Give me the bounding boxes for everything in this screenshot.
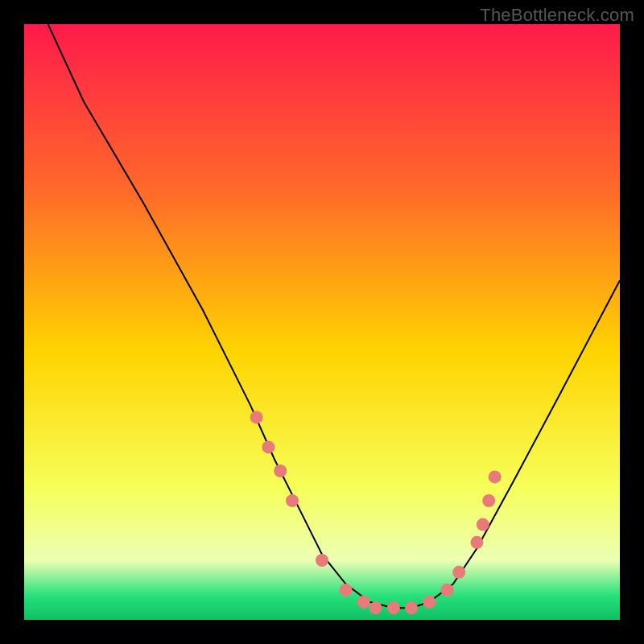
highlight-dot — [470, 536, 483, 549]
highlight-dot — [489, 470, 502, 483]
highlight-dot — [405, 601, 418, 614]
watermark-label: TheBottleneck.com — [480, 5, 634, 26]
highlight-dot — [340, 584, 353, 597]
chart-frame: TheBottleneck.com — [0, 0, 644, 644]
highlight-dot — [316, 554, 328, 567]
highlight-dot — [423, 596, 436, 609]
highlight-dot — [440, 584, 453, 597]
highlight-dot — [357, 596, 370, 609]
highlight-dot — [262, 440, 275, 453]
highlight-dot — [274, 464, 287, 477]
highlight-dot — [477, 518, 489, 531]
highlight-dot — [369, 601, 382, 614]
highlight-dot — [387, 601, 400, 614]
highlight-dot — [250, 411, 263, 423]
highlight-dot — [482, 494, 495, 507]
bottleneck-chart — [0, 0, 644, 644]
gradient-background — [24, 24, 620, 620]
highlight-dot — [452, 566, 465, 579]
highlight-dot — [286, 494, 299, 507]
